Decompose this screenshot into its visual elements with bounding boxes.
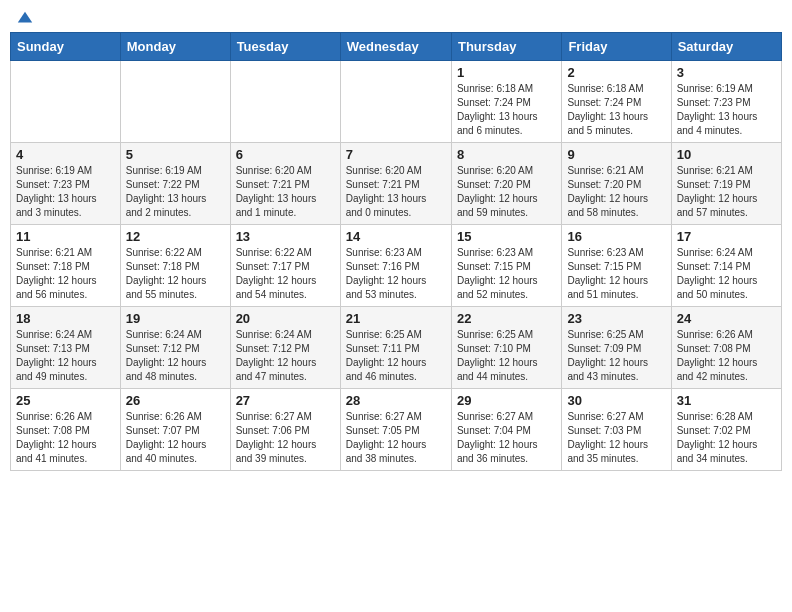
calendar-cell: 13Sunrise: 6:22 AM Sunset: 7:17 PM Dayli… xyxy=(230,225,340,307)
day-info: Sunrise: 6:27 AM Sunset: 7:03 PM Dayligh… xyxy=(567,410,665,466)
column-header-sunday: Sunday xyxy=(11,33,121,61)
day-number: 20 xyxy=(236,311,335,326)
day-info: Sunrise: 6:23 AM Sunset: 7:15 PM Dayligh… xyxy=(457,246,556,302)
calendar-cell xyxy=(340,61,451,143)
day-info: Sunrise: 6:24 AM Sunset: 7:12 PM Dayligh… xyxy=(126,328,225,384)
day-number: 28 xyxy=(346,393,446,408)
day-number: 25 xyxy=(16,393,115,408)
column-header-saturday: Saturday xyxy=(671,33,781,61)
day-info: Sunrise: 6:24 AM Sunset: 7:14 PM Dayligh… xyxy=(677,246,776,302)
calendar-cell: 6Sunrise: 6:20 AM Sunset: 7:21 PM Daylig… xyxy=(230,143,340,225)
day-info: Sunrise: 6:19 AM Sunset: 7:22 PM Dayligh… xyxy=(126,164,225,220)
calendar-cell: 17Sunrise: 6:24 AM Sunset: 7:14 PM Dayli… xyxy=(671,225,781,307)
day-number: 17 xyxy=(677,229,776,244)
calendar-cell: 23Sunrise: 6:25 AM Sunset: 7:09 PM Dayli… xyxy=(562,307,671,389)
day-info: Sunrise: 6:18 AM Sunset: 7:24 PM Dayligh… xyxy=(457,82,556,138)
column-header-tuesday: Tuesday xyxy=(230,33,340,61)
calendar-cell xyxy=(11,61,121,143)
day-number: 5 xyxy=(126,147,225,162)
day-info: Sunrise: 6:19 AM Sunset: 7:23 PM Dayligh… xyxy=(677,82,776,138)
calendar-week-row: 1Sunrise: 6:18 AM Sunset: 7:24 PM Daylig… xyxy=(11,61,782,143)
calendar-cell: 29Sunrise: 6:27 AM Sunset: 7:04 PM Dayli… xyxy=(451,389,561,471)
calendar-week-row: 4Sunrise: 6:19 AM Sunset: 7:23 PM Daylig… xyxy=(11,143,782,225)
calendar-cell: 24Sunrise: 6:26 AM Sunset: 7:08 PM Dayli… xyxy=(671,307,781,389)
day-number: 1 xyxy=(457,65,556,80)
day-info: Sunrise: 6:26 AM Sunset: 7:08 PM Dayligh… xyxy=(16,410,115,466)
day-number: 27 xyxy=(236,393,335,408)
calendar-cell: 2Sunrise: 6:18 AM Sunset: 7:24 PM Daylig… xyxy=(562,61,671,143)
day-info: Sunrise: 6:24 AM Sunset: 7:12 PM Dayligh… xyxy=(236,328,335,384)
day-number: 16 xyxy=(567,229,665,244)
day-number: 24 xyxy=(677,311,776,326)
day-info: Sunrise: 6:22 AM Sunset: 7:18 PM Dayligh… xyxy=(126,246,225,302)
logo xyxy=(14,10,34,24)
day-info: Sunrise: 6:22 AM Sunset: 7:17 PM Dayligh… xyxy=(236,246,335,302)
day-number: 14 xyxy=(346,229,446,244)
day-info: Sunrise: 6:23 AM Sunset: 7:15 PM Dayligh… xyxy=(567,246,665,302)
calendar-cell: 4Sunrise: 6:19 AM Sunset: 7:23 PM Daylig… xyxy=(11,143,121,225)
calendar-cell: 3Sunrise: 6:19 AM Sunset: 7:23 PM Daylig… xyxy=(671,61,781,143)
day-info: Sunrise: 6:18 AM Sunset: 7:24 PM Dayligh… xyxy=(567,82,665,138)
day-info: Sunrise: 6:25 AM Sunset: 7:10 PM Dayligh… xyxy=(457,328,556,384)
calendar-cell: 20Sunrise: 6:24 AM Sunset: 7:12 PM Dayli… xyxy=(230,307,340,389)
day-info: Sunrise: 6:21 AM Sunset: 7:20 PM Dayligh… xyxy=(567,164,665,220)
day-number: 10 xyxy=(677,147,776,162)
day-number: 6 xyxy=(236,147,335,162)
day-info: Sunrise: 6:28 AM Sunset: 7:02 PM Dayligh… xyxy=(677,410,776,466)
day-info: Sunrise: 6:24 AM Sunset: 7:13 PM Dayligh… xyxy=(16,328,115,384)
column-header-wednesday: Wednesday xyxy=(340,33,451,61)
day-info: Sunrise: 6:26 AM Sunset: 7:08 PM Dayligh… xyxy=(677,328,776,384)
calendar-cell: 8Sunrise: 6:20 AM Sunset: 7:20 PM Daylig… xyxy=(451,143,561,225)
calendar-cell: 30Sunrise: 6:27 AM Sunset: 7:03 PM Dayli… xyxy=(562,389,671,471)
calendar-cell xyxy=(120,61,230,143)
calendar-cell: 14Sunrise: 6:23 AM Sunset: 7:16 PM Dayli… xyxy=(340,225,451,307)
calendar-cell: 15Sunrise: 6:23 AM Sunset: 7:15 PM Dayli… xyxy=(451,225,561,307)
day-info: Sunrise: 6:25 AM Sunset: 7:09 PM Dayligh… xyxy=(567,328,665,384)
day-info: Sunrise: 6:26 AM Sunset: 7:07 PM Dayligh… xyxy=(126,410,225,466)
day-info: Sunrise: 6:27 AM Sunset: 7:06 PM Dayligh… xyxy=(236,410,335,466)
calendar-cell: 16Sunrise: 6:23 AM Sunset: 7:15 PM Dayli… xyxy=(562,225,671,307)
column-header-friday: Friday xyxy=(562,33,671,61)
day-info: Sunrise: 6:20 AM Sunset: 7:21 PM Dayligh… xyxy=(346,164,446,220)
day-number: 8 xyxy=(457,147,556,162)
calendar-cell: 21Sunrise: 6:25 AM Sunset: 7:11 PM Dayli… xyxy=(340,307,451,389)
day-info: Sunrise: 6:20 AM Sunset: 7:21 PM Dayligh… xyxy=(236,164,335,220)
calendar-cell: 11Sunrise: 6:21 AM Sunset: 7:18 PM Dayli… xyxy=(11,225,121,307)
day-number: 21 xyxy=(346,311,446,326)
calendar-cell xyxy=(230,61,340,143)
calendar-week-row: 18Sunrise: 6:24 AM Sunset: 7:13 PM Dayli… xyxy=(11,307,782,389)
day-info: Sunrise: 6:23 AM Sunset: 7:16 PM Dayligh… xyxy=(346,246,446,302)
day-number: 15 xyxy=(457,229,556,244)
day-info: Sunrise: 6:21 AM Sunset: 7:18 PM Dayligh… xyxy=(16,246,115,302)
day-info: Sunrise: 6:27 AM Sunset: 7:04 PM Dayligh… xyxy=(457,410,556,466)
day-number: 12 xyxy=(126,229,225,244)
day-info: Sunrise: 6:25 AM Sunset: 7:11 PM Dayligh… xyxy=(346,328,446,384)
calendar-cell: 1Sunrise: 6:18 AM Sunset: 7:24 PM Daylig… xyxy=(451,61,561,143)
calendar-week-row: 11Sunrise: 6:21 AM Sunset: 7:18 PM Dayli… xyxy=(11,225,782,307)
calendar-cell: 12Sunrise: 6:22 AM Sunset: 7:18 PM Dayli… xyxy=(120,225,230,307)
day-number: 29 xyxy=(457,393,556,408)
day-number: 7 xyxy=(346,147,446,162)
day-number: 13 xyxy=(236,229,335,244)
day-info: Sunrise: 6:20 AM Sunset: 7:20 PM Dayligh… xyxy=(457,164,556,220)
day-number: 22 xyxy=(457,311,556,326)
calendar-table: SundayMondayTuesdayWednesdayThursdayFrid… xyxy=(10,32,782,471)
day-number: 2 xyxy=(567,65,665,80)
calendar-cell: 18Sunrise: 6:24 AM Sunset: 7:13 PM Dayli… xyxy=(11,307,121,389)
calendar-week-row: 25Sunrise: 6:26 AM Sunset: 7:08 PM Dayli… xyxy=(11,389,782,471)
calendar-cell: 10Sunrise: 6:21 AM Sunset: 7:19 PM Dayli… xyxy=(671,143,781,225)
day-number: 19 xyxy=(126,311,225,326)
day-number: 11 xyxy=(16,229,115,244)
calendar-cell: 9Sunrise: 6:21 AM Sunset: 7:20 PM Daylig… xyxy=(562,143,671,225)
logo-icon xyxy=(16,10,34,28)
calendar-cell: 27Sunrise: 6:27 AM Sunset: 7:06 PM Dayli… xyxy=(230,389,340,471)
day-info: Sunrise: 6:21 AM Sunset: 7:19 PM Dayligh… xyxy=(677,164,776,220)
day-number: 26 xyxy=(126,393,225,408)
day-number: 18 xyxy=(16,311,115,326)
svg-marker-0 xyxy=(18,12,32,23)
calendar-cell: 31Sunrise: 6:28 AM Sunset: 7:02 PM Dayli… xyxy=(671,389,781,471)
calendar-cell: 19Sunrise: 6:24 AM Sunset: 7:12 PM Dayli… xyxy=(120,307,230,389)
calendar-cell: 26Sunrise: 6:26 AM Sunset: 7:07 PM Dayli… xyxy=(120,389,230,471)
calendar-header-row: SundayMondayTuesdayWednesdayThursdayFrid… xyxy=(11,33,782,61)
calendar-cell: 28Sunrise: 6:27 AM Sunset: 7:05 PM Dayli… xyxy=(340,389,451,471)
